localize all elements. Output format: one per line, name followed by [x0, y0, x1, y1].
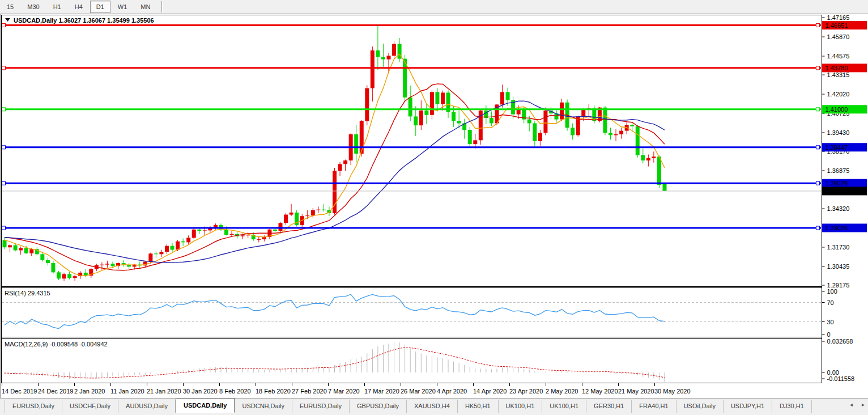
svg-text:-0.011558: -0.011558: [827, 375, 855, 382]
svg-text:1.35506: 1.35506: [826, 188, 848, 194]
tab-dj30-15[interactable]: DJ30,H1: [772, 400, 812, 413]
timeframe-button-h1[interactable]: H1: [47, 1, 67, 13]
svg-text:1.41000: 1.41000: [826, 106, 848, 113]
price-badge-1.33026: 1.33026: [822, 224, 867, 232]
tab-ger30-11[interactable]: GER30,H1: [586, 400, 632, 413]
hline-right-anchor[interactable]: [816, 226, 820, 230]
tab-audusd-2[interactable]: AUDUSD,Daily: [118, 400, 176, 413]
svg-text:30: 30: [827, 319, 834, 325]
tab-eurusd-5[interactable]: EURUSD,Daily: [292, 400, 350, 413]
svg-text:1.33026: 1.33026: [826, 225, 848, 231]
timeframe-buttons: 15M30H1H4D1W1MN: [0, 1, 157, 13]
tab-usdchf-1[interactable]: USDCHF,Daily: [62, 400, 118, 413]
chart-background: [0, 14, 868, 398]
date-label: 27 Feb 2020: [292, 388, 327, 395]
chart-tab-bar: EURUSD,DailyUSDCHF,DailyAUDUSD,DailyUSDC…: [0, 398, 868, 413]
price-badge-1.43780: 1.43780: [822, 63, 867, 72]
price-badge-1.35506: 1.35506: [822, 187, 867, 195]
tabs-scroll-right-icon[interactable]: ▸: [862, 401, 865, 408]
price-badge-1.36029: 1.36029: [822, 179, 867, 188]
date-label: 17 Mar 2020: [364, 388, 399, 395]
tab-xauusd-7[interactable]: XAUUSD,H4: [407, 400, 458, 413]
price-badge-1.38447: 1.38447: [822, 143, 867, 151]
price-tick-label: 1.36875: [827, 167, 850, 174]
price-badge-1.41000: 1.41000: [822, 105, 867, 113]
svg-text:100: 100: [827, 288, 837, 295]
hline-left-anchor[interactable]: [2, 24, 6, 27]
price-tick-label: 1.45870: [827, 33, 850, 40]
hline-left-anchor[interactable]: [2, 146, 6, 149]
price-tick-label: 1.44575: [827, 53, 850, 60]
price-tick-label: 1.34320: [827, 205, 850, 212]
tab-usdjpy-14[interactable]: USDJPY,H1: [724, 400, 772, 413]
hline-left-anchor[interactable]: [2, 226, 6, 230]
date-label: 2 May 2020: [546, 388, 578, 395]
macd-indicator-label: MACD(12,26,9) -0.009548 -0.004942: [5, 341, 108, 348]
price-tick-label: 1.43315: [827, 71, 850, 78]
svg-text:1.46651: 1.46651: [826, 22, 848, 29]
date-label: 14 Apr 2020: [473, 388, 507, 395]
date-label: 12 May 2020: [582, 388, 618, 395]
tab-fra40-12[interactable]: FRA40,H1: [632, 400, 676, 413]
tab-gbpusd-6[interactable]: GBPUSD,Daily: [350, 400, 407, 413]
date-label: 24 Dec 2019: [38, 388, 73, 395]
price-tick-label: 1.30435: [827, 263, 850, 270]
date-label: 2 Jan 2020: [74, 388, 105, 395]
date-label: 21 May 2020: [618, 388, 654, 395]
date-label: 21 Jan 2020: [147, 388, 181, 395]
date-label: 4 Apr 2020: [437, 388, 467, 395]
svg-text:1.43780: 1.43780: [826, 65, 848, 71]
price-tick-label: 1.42020: [827, 91, 850, 98]
hline-right-anchor[interactable]: [816, 108, 820, 111]
timeframe-button-mn[interactable]: MN: [134, 1, 156, 13]
hline-left-anchor[interactable]: [2, 66, 6, 70]
date-label: 11 Jan 2020: [110, 388, 144, 395]
chart-title-ohlc: USDCAD,Daily 1.36027 1.36067 1.35499 1.3…: [14, 17, 154, 24]
tab-usdcad-3[interactable]: USDCAD,Daily: [176, 398, 235, 413]
date-label: 14 Dec 2019: [2, 388, 37, 395]
date-label: 18 Feb 2020: [256, 388, 291, 395]
date-label: 7 Mar 2020: [328, 388, 360, 395]
hline-right-anchor[interactable]: [816, 146, 820, 149]
timeframe-button-w1[interactable]: W1: [112, 1, 134, 13]
tab-usoil-13[interactable]: USOil,Daily: [676, 400, 724, 413]
price-tick-label: 1.31730: [827, 244, 850, 251]
mt4-window: { "toolbar": { "items": [ {"label":"15",…: [0, 0, 868, 415]
tabs-scroll-left-icon[interactable]: ◂: [850, 401, 853, 408]
timeframe-button-15[interactable]: 15: [1, 1, 20, 13]
toolbar-separator: [161, 1, 163, 12]
date-label: 23 Apr 2020: [509, 388, 543, 395]
svg-text:0: 0: [827, 331, 831, 338]
chart-canvas[interactable]: 1.471651.458701.445751.433151.420201.407…: [0, 0, 868, 415]
chart-tabs: EURUSD,DailyUSDCHF,DailyAUDUSD,DailyUSDC…: [0, 398, 812, 413]
hline-left-anchor[interactable]: [2, 181, 6, 185]
tab-usdcnh-4[interactable]: USDCNH,Daily: [235, 400, 292, 413]
svg-text:1.36029: 1.36029: [826, 180, 848, 187]
price-tick-label: 1.39430: [827, 129, 850, 136]
tab-uk100-9[interactable]: UK100,H1: [499, 400, 543, 413]
hline-right-anchor[interactable]: [816, 24, 820, 27]
date-label: 26 Mar 2020: [401, 388, 436, 395]
timeframe-button-d1[interactable]: D1: [90, 1, 110, 13]
tab-uk100-10[interactable]: UK100,H1: [542, 400, 586, 413]
hline-right-anchor[interactable]: [816, 181, 820, 185]
date-label: 30 Jan 2020: [183, 388, 218, 395]
timeframe-button-h4[interactable]: H4: [69, 1, 89, 13]
svg-text:0.032658: 0.032658: [827, 338, 853, 345]
timeframe-toolbar: 15M30H1H4D1W1MN: [0, 0, 868, 14]
price-badge-1.46651: 1.46651: [822, 21, 867, 29]
price-tick-label: 1.47165: [827, 14, 850, 21]
rsi-indicator-label: RSI(14) 29.4315: [5, 290, 50, 297]
tab-hk50-8[interactable]: HK50,H1: [458, 400, 499, 413]
hline-right-anchor[interactable]: [816, 66, 820, 70]
date-label: 30 May 2020: [654, 388, 691, 395]
date-label: 8 Feb 2020: [219, 388, 251, 395]
tab-eurusd-0[interactable]: EURUSD,Daily: [5, 400, 62, 413]
svg-text:1.38447: 1.38447: [826, 144, 848, 151]
timeframe-button-m30[interactable]: M30: [21, 1, 45, 13]
svg-text:70: 70: [827, 299, 834, 306]
hline-left-anchor[interactable]: [2, 108, 6, 111]
